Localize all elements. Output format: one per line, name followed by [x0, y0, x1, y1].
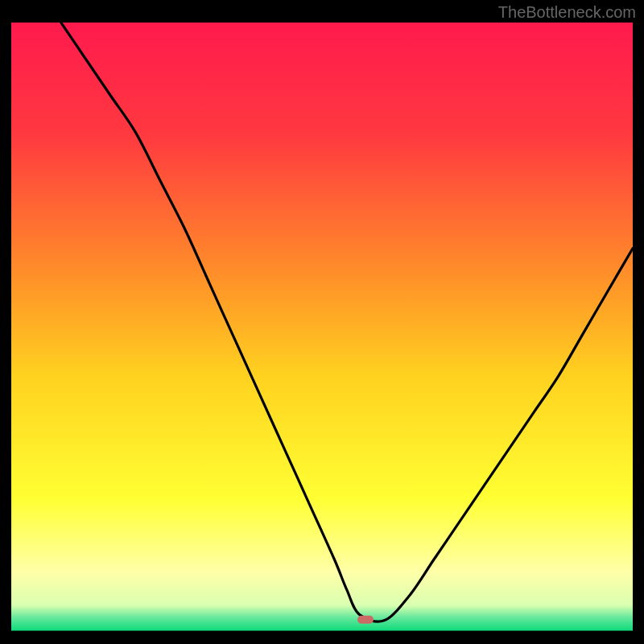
watermark-text: TheBottleneck.com — [498, 3, 636, 22]
optimal-marker — [357, 616, 374, 624]
bottleneck-chart-svg — [11, 23, 633, 633]
plot-area — [11, 23, 633, 633]
chart-frame: TheBottleneck.com — [0, 0, 644, 644]
gradient-background — [11, 23, 633, 633]
